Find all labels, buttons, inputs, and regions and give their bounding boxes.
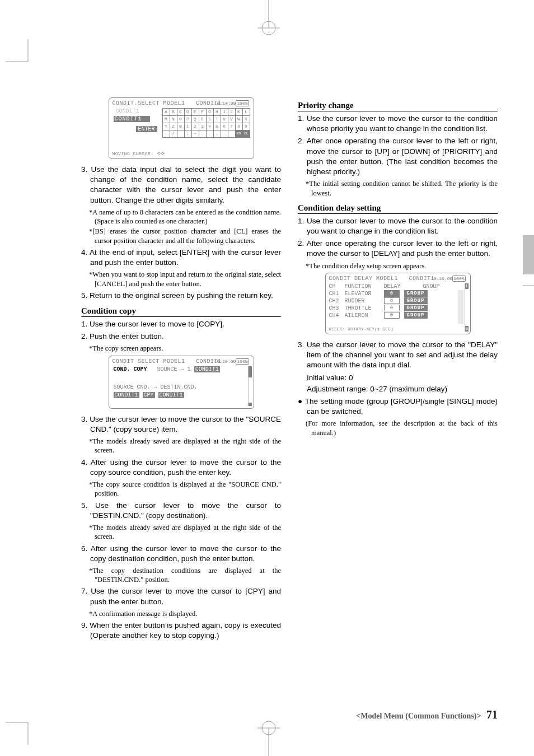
left-column: CONDIT.SELECT MODEL1 CONDIT1 10:10:00100… — [36, 95, 281, 643]
char-cell[interactable]: C — [177, 109, 184, 116]
delay-value[interactable]: 0 — [384, 305, 400, 311]
ch-cell: CH2 — [329, 298, 345, 304]
crop-mark-r — [523, 280, 534, 291]
lcd3-scrollbar[interactable]: 1 8 — [465, 283, 469, 332]
delay-value[interactable]: 0 — [384, 297, 400, 304]
group-toggle[interactable]: GROUP — [404, 305, 428, 311]
char-cell[interactable]: W — [235, 116, 242, 123]
copy-note-5: *The models already saved are displayed … — [89, 523, 281, 542]
char-cell[interactable]: 5 — [213, 123, 221, 130]
char-cell[interactable]: 6 — [221, 123, 228, 130]
reg-mark-top — [252, 0, 285, 39]
scroll-bottom-index: 8 — [465, 326, 469, 332]
char-cell[interactable]: E — [191, 109, 199, 116]
char-cell[interactable]: B — [170, 109, 177, 116]
copy-step-3: 3. Use the cursor lever to move the curs… — [81, 414, 281, 435]
char-cell[interactable]: BS — [235, 130, 242, 138]
char-cell[interactable]: S — [206, 116, 213, 123]
lcd1-batt: 100% — [236, 100, 249, 106]
delay-value[interactable]: 0 — [384, 312, 400, 319]
lcd2-cpy-button[interactable]: CPY — [143, 392, 155, 398]
char-cell[interactable]: G — [206, 109, 213, 116]
lcd3-col-group: GROUP — [423, 283, 440, 290]
right-column: Priority change 1. Use the cursor lever … — [298, 95, 498, 643]
char-cell[interactable]: F — [199, 109, 206, 116]
char-cell[interactable]: . — [213, 130, 221, 138]
char-cell[interactable]: 2 — [191, 123, 199, 130]
char-cell[interactable]: - — [199, 130, 206, 138]
lcd1-name-field[interactable]: CONDIT1 — [114, 116, 150, 122]
char-cell[interactable]: Z — [170, 123, 177, 130]
char-cell[interactable]: 3 — [199, 123, 206, 130]
char-cell[interactable]: J — [228, 109, 235, 116]
lcd2-index: 1 — [188, 366, 191, 372]
char-cell[interactable]: : — [184, 130, 191, 138]
char-cell[interactable] — [221, 130, 228, 138]
lcd1-char-grid[interactable]: ABCDEFGHIJKLMNOPQRSTUVWXYZ0123456789/:+-… — [162, 108, 250, 138]
char-cell[interactable]: K — [235, 109, 242, 116]
lcd2-batt: 100% — [236, 358, 249, 365]
char-cell[interactable]: V — [228, 116, 235, 123]
char-cell[interactable]: + — [191, 130, 199, 138]
lcd3-col-fn: FUNCTION — [345, 283, 384, 290]
section-tab — [523, 235, 534, 274]
lcd1-hint: MOVING CURSOR: ⟲⟳ — [113, 151, 166, 156]
lcd-condit-delay: CONDIT DELAY MODEL1 CONDIT1 10:10:00100%… — [325, 273, 471, 334]
lcd1-time: 10:10:00 — [214, 101, 236, 106]
step-3: 3. Use the data input dial to select the… — [81, 165, 281, 206]
copy-note-2: *The copy screen appears. — [89, 344, 281, 353]
char-cell[interactable]: 0 — [177, 123, 184, 130]
group-toggle[interactable]: GROUP — [404, 290, 428, 297]
char-cell[interactable]: 9 — [242, 123, 250, 130]
copy-step-4: 4. After using the cursor lever to move … — [81, 458, 281, 478]
table-row: CH4AILERON0GROUP — [329, 312, 463, 319]
delay-step-3: 3. Use the cursor lever to move the curs… — [298, 340, 498, 371]
char-cell[interactable] — [162, 130, 170, 138]
char-cell[interactable] — [228, 130, 235, 138]
char-cell[interactable]: / — [170, 130, 177, 138]
lcd2-src-cond[interactable]: CONDIT1 — [114, 392, 139, 398]
group-toggle[interactable]: GROUP — [404, 312, 428, 319]
char-cell[interactable]: Q — [191, 116, 199, 123]
copy-note-6: *The copy destination conditions are dis… — [89, 566, 281, 585]
group-toggle[interactable]: GROUP — [404, 297, 428, 304]
char-cell[interactable]: P — [184, 116, 191, 123]
char-cell[interactable]: X — [242, 116, 250, 123]
copy-step-9: 9. When the enter button is pushed again… — [81, 620, 281, 641]
char-cell[interactable]: T — [213, 116, 221, 123]
page: CONDIT.SELECT MODEL1 CONDIT1 10:10:00100… — [0, 0, 534, 756]
ch-cell: CH1 — [329, 291, 345, 297]
char-cell[interactable]: D — [184, 109, 191, 116]
lcd2-scrollbar[interactable] — [248, 366, 252, 406]
char-cell[interactable]: O — [177, 116, 184, 123]
lcd1-enter-button[interactable]: ENTER — [136, 126, 157, 132]
ch-cell: CH4 — [329, 312, 345, 319]
lcd2-title: CONDIT SELECT MODEL1 — [113, 358, 185, 365]
char-cell[interactable]: 8 — [235, 123, 242, 130]
char-cell[interactable]: 7 — [228, 123, 235, 130]
char-cell[interactable]: L — [242, 109, 250, 116]
char-cell[interactable]: U — [221, 116, 228, 123]
char-cell[interactable]: 4 — [206, 123, 213, 130]
lcd2-heading: COND. COPY — [114, 366, 147, 372]
lcd2-dst-cond[interactable]: CONDIT1 — [158, 392, 184, 398]
char-cell[interactable]: CL — [242, 130, 250, 138]
lcd2-source-value[interactable]: CONDIT1 — [194, 366, 220, 372]
char-cell[interactable]: 1 — [184, 123, 191, 130]
char-cell[interactable] — [206, 130, 213, 138]
delay-value[interactable]: 0 — [384, 290, 400, 297]
lcd2-flow: SOURCE CND. → DESTIN.CND. — [114, 384, 198, 390]
lcd2-time: 10:10:00 — [214, 359, 236, 364]
char-cell[interactable]: N — [170, 116, 177, 123]
fn-cell: AILERON — [345, 312, 384, 319]
char-cell[interactable]: M — [162, 116, 170, 123]
char-cell[interactable]: H — [213, 109, 221, 116]
step-4: 4. At the end of input, select [ENTER] w… — [81, 248, 281, 268]
char-cell[interactable]: A — [162, 109, 170, 116]
table-row: CH3THROTTLE0GROUP — [329, 305, 463, 312]
char-cell[interactable]: Y — [162, 123, 170, 130]
step-5: 5. Return to the original screen by push… — [81, 291, 281, 301]
char-cell[interactable]: R — [199, 116, 206, 123]
char-cell[interactable] — [177, 130, 184, 138]
char-cell[interactable]: I — [221, 109, 228, 116]
